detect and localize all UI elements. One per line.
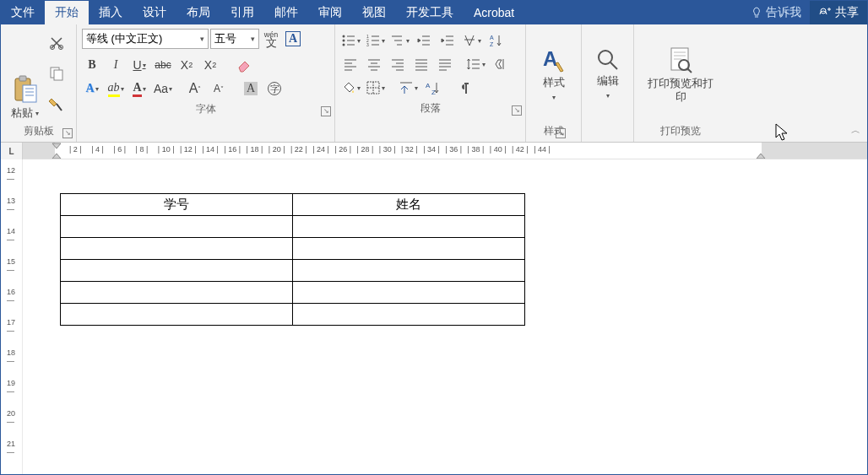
svg-rect-3	[23, 85, 36, 102]
table-cell[interactable]: 姓名	[293, 194, 525, 216]
align-right-button[interactable]	[388, 54, 408, 74]
distribute-button[interactable]	[435, 54, 455, 74]
tab-布局[interactable]: 布局	[176, 1, 220, 24]
show-marks-button[interactable]	[490, 54, 510, 74]
tab-邮件[interactable]: 邮件	[264, 1, 308, 24]
document-page[interactable]: 学号姓名	[23, 159, 867, 474]
bold-button[interactable]: B	[82, 55, 102, 75]
format-painter-button[interactable]	[46, 94, 67, 114]
first-line-indent-marker[interactable]	[52, 143, 62, 159]
group-print-preview: 打印预览和打印 打印预览	[634, 24, 727, 142]
table-cell[interactable]	[61, 282, 293, 304]
document-table[interactable]: 学号姓名	[60, 193, 525, 326]
ruler-area: L | 2 || 4 || 6 || 8 || 10 || 12 || 14 |…	[1, 143, 867, 159]
strikethrough-button[interactable]: abc	[153, 55, 173, 75]
grow-font-button[interactable]: A˄	[185, 78, 205, 99]
snap-to-grid-button[interactable]: ▾	[398, 78, 419, 98]
asian-layout-button[interactable]: ▾	[461, 30, 482, 51]
cut-button[interactable]	[46, 33, 67, 53]
multilevel-list-button[interactable]: ▾	[389, 30, 410, 51]
text-effects-button[interactable]: A▾	[82, 78, 102, 99]
tab-引用[interactable]: 引用	[220, 1, 264, 24]
italic-button[interactable]: I	[106, 55, 126, 75]
table-cell[interactable]	[61, 216, 293, 238]
table-cell[interactable]	[293, 304, 525, 326]
styles-button[interactable]: A 样式▾	[529, 28, 579, 122]
print-preview-icon	[668, 46, 693, 75]
table-cell[interactable]: 学号	[61, 194, 293, 216]
tab-插入[interactable]: 插入	[89, 1, 133, 24]
table-row[interactable]	[61, 304, 525, 326]
table-row[interactable]	[61, 216, 525, 238]
tab-视图[interactable]: 视图	[352, 1, 396, 24]
highlight-button[interactable]: ab▾	[106, 78, 126, 99]
sort-button[interactable]: AZ	[486, 30, 506, 51]
font-color-button[interactable]: A▾	[129, 78, 149, 99]
svg-text:Z: Z	[431, 89, 436, 95]
underline-button[interactable]: U▾	[129, 55, 149, 75]
print-preview-button[interactable]: 打印预览和打印	[638, 28, 723, 122]
table-cell[interactable]	[293, 216, 525, 238]
svg-point-20	[599, 51, 612, 64]
tab-审阅[interactable]: 审阅	[308, 1, 352, 24]
paint-bucket-icon	[341, 80, 356, 95]
table-cell[interactable]	[293, 260, 525, 282]
right-indent-marker[interactable]	[756, 151, 766, 159]
shrink-font-button[interactable]: A˅	[209, 78, 229, 99]
borders-icon	[366, 80, 381, 95]
character-shading-button[interactable]: A	[241, 78, 261, 99]
tab-Acrobat[interactable]: Acrobat	[464, 1, 524, 24]
table-cell[interactable]	[61, 304, 293, 326]
sort-az-button[interactable]: AZ	[422, 78, 442, 98]
ruler-corner[interactable]: L	[1, 143, 23, 159]
paragraph-marks-button[interactable]	[454, 78, 475, 98]
table-row[interactable]	[61, 260, 525, 282]
collapse-ribbon-button[interactable]: ︿	[851, 124, 860, 137]
svg-point-9	[343, 40, 345, 42]
table-row[interactable]: 学号姓名	[61, 194, 525, 216]
table-cell[interactable]	[293, 282, 525, 304]
group-edit: 编辑▾	[582, 24, 634, 142]
table-row[interactable]	[61, 238, 525, 260]
increase-indent-button[interactable]	[437, 30, 458, 51]
edit-button[interactable]: 编辑▾	[583, 28, 633, 122]
decrease-indent-button[interactable]	[414, 30, 434, 51]
font-size-combo[interactable]: 五号▾	[210, 29, 259, 49]
styles-dialog-launcher[interactable]: ↘	[556, 128, 566, 138]
line-spacing-button[interactable]: ▾	[465, 54, 486, 74]
tab-开发工具[interactable]: 开发工具	[396, 1, 464, 24]
paragraph-dialog-launcher[interactable]: ↘	[512, 105, 522, 116]
subscript-button[interactable]: X2	[176, 55, 197, 75]
align-center-button[interactable]	[364, 54, 384, 74]
copy-button[interactable]	[46, 63, 67, 84]
character-border-button[interactable]: A	[283, 29, 303, 49]
tell-me-button[interactable]: 告诉我	[742, 1, 810, 24]
shading-button[interactable]: ▾	[340, 78, 361, 98]
borders-button[interactable]: ▾	[365, 78, 386, 98]
table-cell[interactable]	[293, 238, 525, 260]
font-dialog-launcher[interactable]: ↘	[321, 106, 331, 116]
align-justify-button[interactable]	[411, 54, 431, 74]
bullets-button[interactable]: ▾	[340, 30, 361, 51]
change-case-button[interactable]: Aa▾	[153, 78, 173, 99]
enclose-characters-button[interactable]: 字	[264, 78, 285, 99]
eraser-button[interactable]	[234, 55, 254, 75]
phonetic-guide-button[interactable]: wén文	[261, 29, 281, 49]
table-cell[interactable]	[61, 260, 293, 282]
paste-button[interactable]: 粘贴▾	[6, 28, 43, 122]
horizontal-ruler[interactable]: | 2 || 4 || 6 || 8 || 10 || 12 || 14 || …	[23, 143, 867, 159]
vertical-ruler[interactable]: 12—13—14—15—16—17—18—19—20—21—	[1, 159, 23, 474]
table-cell[interactable]	[61, 238, 293, 260]
numbering-button[interactable]: 123▾	[365, 30, 386, 51]
tab-开始[interactable]: 开始	[45, 1, 89, 24]
superscript-button[interactable]: X2	[200, 55, 220, 75]
tab-文件[interactable]: 文件	[1, 1, 45, 24]
share-button[interactable]: 共享	[810, 1, 867, 24]
svg-rect-7	[54, 70, 62, 80]
clipboard-dialog-launcher[interactable]: ↘	[62, 128, 73, 138]
align-left-button[interactable]	[340, 54, 361, 74]
table-row[interactable]	[61, 282, 525, 304]
font-name-combo[interactable]: 等线 (中文正文)▾	[82, 29, 209, 49]
tab-设计[interactable]: 设计	[133, 1, 176, 24]
group-paragraph: ▾ 123▾ ▾ ▾ AZ ▾ ▾ ▾ ▾ AZ 段落↘	[335, 24, 526, 142]
